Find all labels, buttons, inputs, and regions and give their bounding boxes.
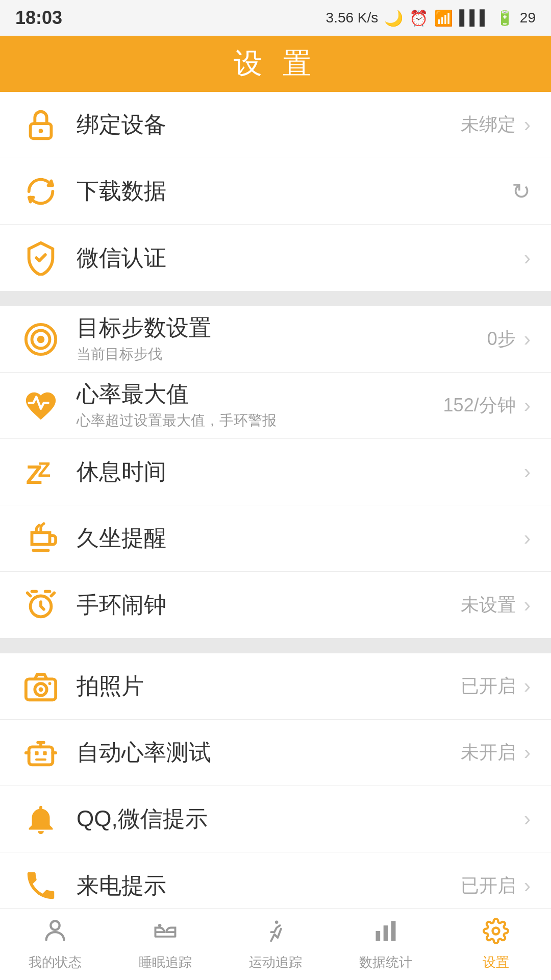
svg-point-21 [493, 928, 499, 935]
nav-exercise-track[interactable]: 运动追踪 [220, 909, 331, 980]
moon-icon: 🌙 [384, 9, 403, 27]
auto-heart-rate-label: 自动心率测试 [77, 739, 461, 766]
svg-point-15 [51, 921, 59, 930]
download-data-item[interactable]: 下载数据 ↻ [0, 158, 551, 225]
heart-rate-max-arrow: › [524, 394, 531, 417]
target-icon [20, 319, 61, 360]
sedentary-arrow: › [524, 527, 531, 550]
status-time: 18:03 [15, 7, 62, 29]
qq-wechat-arrow: › [524, 807, 531, 830]
sync-icon [20, 171, 61, 212]
heart-rate-max-item[interactable]: 心率最大值 心率超过设置最大值，手环警报 152/分钟 › [0, 373, 551, 439]
divider-1 [0, 291, 551, 306]
bottom-navigation: 我的状态 睡眠追踪 运动追踪 数据统计 [0, 909, 551, 980]
qq-wechat-item[interactable]: QQ,微信提示 › [0, 786, 551, 852]
shield-icon [20, 237, 61, 278]
camera-item[interactable]: 拍照片 已开启 › [0, 653, 551, 720]
nav-my-status[interactable]: 我的状态 [0, 909, 110, 980]
page-title: 设 置 [234, 44, 317, 83]
signal-icon: ▌▌▌ [459, 10, 490, 26]
nav-sleep-track-label: 睡眠追踪 [139, 953, 192, 971]
speed-text: 3.56 K/s [326, 10, 379, 26]
auto-heart-rate-arrow: › [524, 741, 531, 764]
sedentary-item[interactable]: 久坐提醒 › [0, 505, 551, 572]
alarm-label: 手环闹钟 [77, 592, 461, 619]
bind-device-label: 绑定设备 [77, 111, 461, 138]
svg-point-16 [158, 924, 162, 927]
bind-device-arrow: › [524, 113, 531, 136]
nav-settings-label: 设置 [483, 953, 509, 971]
alarm-item[interactable]: 手环闹钟 未设置 › [0, 572, 551, 638]
rest-time-item[interactable]: Z Z 休息时间 › [0, 439, 551, 505]
rest-time-label: 休息时间 [77, 458, 524, 485]
chart-icon [372, 918, 399, 950]
step-goal-arrow: › [524, 328, 531, 351]
wechat-auth-label: 微信认证 [77, 244, 524, 272]
svg-text:Z: Z [38, 457, 51, 481]
sedentary-label: 久坐提醒 [77, 525, 524, 552]
camera-icon [20, 666, 61, 707]
svg-rect-18 [376, 931, 381, 941]
nav-sleep-track[interactable]: 睡眠追踪 [110, 909, 220, 980]
call-reminder-label: 来电提示 [77, 872, 461, 899]
qq-wechat-label: QQ,微信提示 [77, 805, 524, 832]
coffee-icon [20, 518, 61, 559]
svg-point-17 [275, 920, 279, 924]
step-goal-label: 目标步数设置 [77, 314, 487, 341]
bind-device-value: 未绑定 [461, 112, 516, 137]
bind-device-item[interactable]: 绑定设备 未绑定 › [0, 92, 551, 158]
call-reminder-value: 已开启 [461, 873, 516, 898]
status-right: 3.56 K/s 🌙 ⏰ 📶 ▌▌▌ 🔋 29 [326, 9, 536, 27]
step-goal-item[interactable]: 目标步数设置 当前目标步伐 0步 › [0, 306, 551, 373]
nav-data-stats[interactable]: 数据统计 [331, 909, 441, 980]
svg-rect-13 [35, 751, 38, 755]
step-goal-subtitle: 当前目标步伐 [77, 345, 487, 364]
alarm-value: 未设置 [461, 593, 516, 618]
nav-settings[interactable]: 设置 [441, 909, 551, 980]
phone-icon [20, 865, 61, 906]
download-data-label: 下载数据 [77, 178, 512, 205]
auto-heart-rate-value: 未开启 [461, 740, 516, 765]
battery-text: 29 [520, 10, 536, 26]
heart-rate-max-subtitle: 心率超过设置最大值，手环警报 [77, 411, 443, 430]
camera-value: 已开启 [461, 674, 516, 699]
alarm-arrow: › [524, 594, 531, 617]
wechat-auth-arrow: › [524, 247, 531, 270]
nav-exercise-track-label: 运动追踪 [249, 953, 302, 971]
rest-time-arrow: › [524, 460, 531, 483]
settings-group-2: 目标步数设置 当前目标步伐 0步 › 心率最大值 心率超过设置最大值，手环警报 … [0, 306, 551, 638]
step-goal-value: 0步 [487, 327, 516, 352]
svg-point-11 [39, 687, 43, 692]
person-icon [42, 918, 68, 950]
svg-rect-20 [391, 921, 396, 941]
nav-my-status-label: 我的状态 [29, 953, 82, 971]
wechat-auth-item[interactable]: 微信认证 › [0, 225, 551, 291]
page-header: 设 置 [0, 36, 551, 92]
refresh-icon: ↻ [512, 178, 531, 204]
alarm-status-icon: ⏰ [409, 9, 428, 27]
svg-point-10 [48, 682, 52, 685]
call-reminder-arrow: › [524, 874, 531, 897]
run-icon [262, 918, 289, 950]
battery-icon: 🔋 [496, 10, 514, 27]
svg-point-1 [39, 129, 43, 133]
bed-icon [152, 918, 179, 950]
divider-2 [0, 638, 551, 653]
svg-point-4 [37, 335, 45, 343]
settings-content: 绑定设备 未绑定 › 下载数据 ↻ [0, 92, 551, 980]
svg-rect-12 [29, 747, 53, 765]
sleep-icon: Z Z [20, 452, 61, 493]
heart-icon [20, 385, 61, 426]
auto-heart-rate-item[interactable]: 自动心率测试 未开启 › [0, 720, 551, 786]
lock-icon [20, 105, 61, 145]
alarm-icon [20, 584, 61, 625]
heart-rate-max-label: 心率最大值 [77, 381, 443, 408]
settings-group-1: 绑定设备 未绑定 › 下载数据 ↻ [0, 92, 551, 291]
settings-group-3: 拍照片 已开启 › 自动心率测试 [0, 653, 551, 919]
camera-arrow: › [524, 675, 531, 698]
svg-rect-19 [384, 925, 388, 941]
wifi-icon: 📶 [434, 9, 453, 27]
nav-data-stats-label: 数据统计 [359, 953, 412, 971]
camera-label: 拍照片 [77, 673, 461, 700]
status-bar: 18:03 3.56 K/s 🌙 ⏰ 📶 ▌▌▌ 🔋 29 [0, 0, 551, 36]
